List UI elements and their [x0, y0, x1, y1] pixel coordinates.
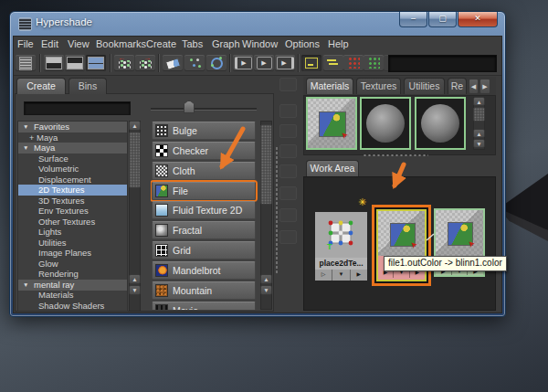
menu-item-window[interactable]: Window	[242, 38, 278, 49]
list-item-movie[interactable]: Movie	[152, 302, 256, 310]
node-open-icon[interactable]: ▷	[315, 270, 332, 281]
tree-item-rendering[interactable]: Rendering	[18, 269, 128, 280]
tree-item-shadow-shaders[interactable]: Shadow Shaders	[18, 301, 128, 312]
tree-group-mental-ray[interactable]: ▼mental ray	[18, 280, 128, 291]
menu-item-help[interactable]: Help	[328, 38, 349, 49]
tree-item-maya-favorite[interactable]: +Maya	[18, 132, 128, 143]
swatch-scroll-down-icon[interactable]: ▼	[473, 139, 485, 148]
tree-item-other-textures[interactable]: Other Textures	[18, 217, 128, 228]
swatch-scroll-up2-icon[interactable]: ▲	[473, 129, 485, 138]
tab-bins[interactable]: Bins	[68, 78, 107, 94]
list-item-cloth[interactable]: Cloth	[152, 162, 256, 180]
green-marker-grid-icon[interactable]	[364, 55, 384, 71]
menu-item-edit[interactable]: Edit	[41, 38, 58, 49]
material-sphere-swatch[interactable]	[415, 97, 466, 150]
tab-materials[interactable]: Materials	[306, 78, 353, 94]
tab-rendering-clipped[interactable]: Re	[448, 78, 467, 94]
menu-item-tabs[interactable]: Tabs	[182, 38, 203, 49]
tree-group-favorites[interactable]: ▼Favorites	[18, 122, 128, 132]
window-titlebar[interactable]: Hypershade – ▢ ✕	[10, 12, 505, 36]
file-texture-swatch[interactable]: ➤	[306, 97, 357, 150]
pane-icon	[88, 57, 104, 69]
tab-create[interactable]: Create	[16, 78, 66, 94]
tree-scroll-thumb[interactable]	[129, 132, 141, 188]
list-item-mountain[interactable]: Mountain	[152, 281, 256, 300]
menu-item-view[interactable]: View	[68, 38, 90, 49]
list-item-file[interactable]: File	[152, 182, 256, 200]
workarea-splitter[interactable]	[363, 154, 428, 157]
node-place2dtexture[interactable]: T place2dTe... ▷ ▼ ▶	[315, 212, 367, 281]
minimize-button[interactable]: –	[399, 12, 427, 27]
layout-split-panes-icon[interactable]	[86, 55, 106, 71]
toolbar-field[interactable]	[388, 55, 497, 72]
toggle-create-bar-icon[interactable]	[301, 55, 321, 71]
tab-scroll-left-icon[interactable]: ◀	[469, 79, 479, 94]
menu-item-create[interactable]: Create	[146, 38, 176, 49]
node-expand-icon[interactable]: ▼	[332, 270, 350, 281]
close-button[interactable]: ✕	[458, 12, 498, 27]
tree-item-glow[interactable]: Glow	[18, 259, 128, 270]
tree-item-lights[interactable]: Lights	[18, 227, 128, 238]
swatch-scroll-up-icon[interactable]: ▲	[473, 97, 485, 106]
menu-bar: File Edit View Bookmarks Create Tabs Gra…	[14, 37, 501, 53]
list-item-bulge[interactable]: Bulge	[152, 122, 256, 140]
tree-scroll-up2-icon[interactable]: ▲	[129, 274, 141, 284]
arrow-box-icon: ▶	[277, 57, 294, 69]
menu-item-bookmarks[interactable]: Bookmarks	[96, 38, 146, 49]
movie-icon	[155, 304, 168, 310]
node-list-icon[interactable]	[16, 55, 36, 71]
arrow-box-icon: ▶	[235, 57, 252, 69]
material-sphere-swatch[interactable]	[360, 97, 411, 150]
red-marker-grid-icon[interactable]	[343, 55, 364, 71]
node-file1[interactable]: ➤ file1 ▶ ▼ ▶	[372, 205, 431, 286]
tree-item-2d-textures[interactable]: 2D Textures	[18, 185, 128, 196]
layout-top-pane-icon[interactable]	[44, 55, 64, 71]
tree-item-utilities[interactable]: Utilities	[18, 238, 128, 249]
tree-item-materials[interactable]: Materials	[18, 290, 128, 301]
tree-group-maya[interactable]: ▼Maya	[18, 143, 128, 154]
graph-selected-icon[interactable]	[206, 55, 227, 71]
menu-item-graph[interactable]: Graph	[212, 38, 240, 49]
filter-input[interactable]	[24, 101, 131, 115]
swatch-scroll-thumb[interactable]	[473, 107, 485, 122]
tree-item-surface[interactable]: Surface	[18, 154, 128, 164]
menu-item-file[interactable]: File	[17, 38, 34, 49]
tab-scroll-right-icon[interactable]: ▶	[480, 79, 490, 94]
file-texture-icon	[155, 185, 168, 197]
previous-graph-icon[interactable]: ←	[114, 55, 134, 71]
expand-icon: ▼	[23, 122, 28, 132]
clear-graph-icon[interactable]	[163, 55, 183, 71]
list-scroll-thumb[interactable]	[260, 124, 272, 205]
tree-item-volumetric[interactable]: Volumetric	[18, 164, 128, 175]
list-item-fluid-texture-2d[interactable]: Fluid Texture 2D	[152, 201, 256, 219]
node-next-icon[interactable]: ▶	[351, 270, 367, 281]
list-item-mandelbrot[interactable]: Mandelbrot	[152, 261, 256, 280]
tab-work-area[interactable]: Work Area	[306, 160, 359, 176]
tree-item-3d-textures[interactable]: 3D Textures	[18, 196, 128, 207]
tree-scroll-up-icon[interactable]: ▲	[129, 121, 141, 131]
yellow-box-icon	[305, 58, 318, 69]
list-scroll-down-icon[interactable]: ▼	[260, 285, 272, 295]
show-input-output-connections-icon[interactable]: ▶	[254, 55, 274, 71]
tree-item-env-textures[interactable]: Env Textures	[18, 206, 128, 217]
tree-scroll-down-icon[interactable]: ▼	[129, 285, 141, 295]
rearrange-graph-icon[interactable]	[184, 55, 205, 71]
tab-utilities[interactable]: Utilities	[404, 78, 445, 94]
panel-splitter[interactable]	[275, 146, 279, 274]
tree-item-displacement[interactable]: Displacement	[18, 175, 128, 185]
swatch-size-slider-track[interactable]	[151, 108, 257, 110]
list-item-fractal[interactable]: Fractal	[152, 221, 256, 239]
show-output-connections-icon[interactable]: ▶	[275, 55, 295, 71]
tree-item-image-planes[interactable]: Image Planes	[18, 248, 128, 259]
menu-item-options[interactable]: Options	[285, 38, 320, 49]
list-item-checker[interactable]: Checker	[152, 142, 256, 160]
list-item-grid[interactable]: Grid	[152, 241, 256, 260]
maximize-button[interactable]: ▢	[428, 12, 457, 27]
next-graph-icon[interactable]: →	[135, 55, 155, 71]
tab-textures[interactable]: Textures	[356, 78, 401, 94]
collapse-attributes-icon[interactable]	[323, 55, 343, 71]
list-scroll-up-icon[interactable]: ▲	[260, 274, 272, 284]
texture-image: ➤	[390, 223, 416, 247]
show-input-connections-icon[interactable]: ▶	[233, 55, 253, 71]
layout-bottom-pane-icon[interactable]	[65, 55, 85, 71]
